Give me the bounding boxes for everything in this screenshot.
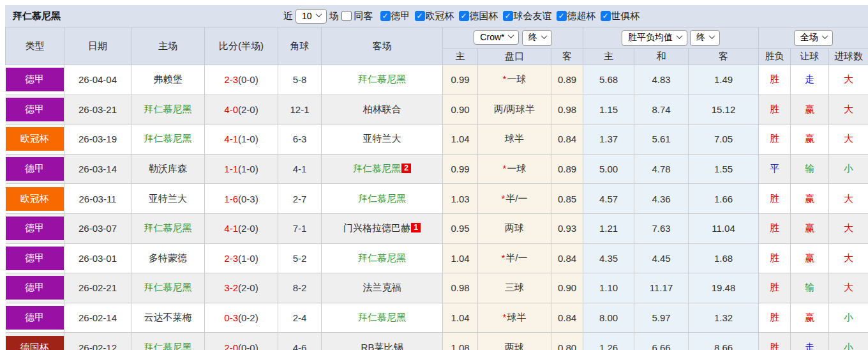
column-header-4: 比分(半场) (205, 27, 278, 65)
handicap-cell: *一球 (478, 154, 551, 184)
league-type-badge: 德甲 (6, 276, 64, 300)
checkbox-icon[interactable]: ✓ (380, 11, 391, 21)
same-away-checkbox[interactable] (341, 11, 352, 21)
checkbox-icon[interactable]: ✓ (415, 11, 425, 21)
away-team-name[interactable]: 拜仁慕尼黑 (358, 252, 406, 263)
checkbox-icon[interactable]: ✓ (601, 11, 611, 21)
type-cell: 德甲 (6, 95, 64, 125)
competition-filter-4[interactable]: ✓球会友谊 (503, 10, 552, 22)
away-team-cell: 拜仁慕尼黑2 (322, 154, 443, 184)
card-count-badge: 2 (401, 164, 411, 173)
card-count-badge: 1 (411, 223, 421, 232)
competition-label: 德超杯 (567, 10, 596, 22)
corner-score: 8-2 (293, 282, 307, 293)
home-team-name[interactable]: 拜仁慕尼黑 (144, 103, 192, 114)
checkbox-icon[interactable]: ✓ (459, 11, 469, 21)
home-team-name[interactable]: 多特蒙德 (149, 252, 187, 263)
handicap-cell: *球半 (478, 303, 551, 333)
odds-home-cell: 0.99 (443, 154, 478, 184)
away-team-name[interactable]: 柏林联合 (363, 103, 401, 114)
half-score: (2-0) (238, 223, 258, 234)
avg-away-cell: 15.12 (689, 95, 759, 125)
handicap-cell: 球半 (478, 125, 551, 155)
header-row-top: 类型日期主场比分(半场)角球客场 Crow* 终 胜平负均值 终 全场 (6, 27, 868, 49)
date-cell: 26-04-04 (64, 65, 131, 95)
date-cell: 26-02-21 (64, 273, 131, 303)
competition-filter-5[interactable]: ✓德超杯 (557, 10, 596, 22)
away-team-name[interactable]: RB莱比锡 (361, 342, 403, 350)
handicap-result-cell: 赢 (791, 243, 829, 273)
corner-cell: 6-3 (278, 125, 322, 155)
full-score: 3-2 (224, 282, 238, 293)
match-count-select[interactable]: 10 (296, 9, 327, 24)
home-team-name[interactable]: 拜仁慕尼黑 (144, 222, 192, 233)
avg-time-select[interactable]: 终 (690, 30, 720, 46)
away-team-name[interactable]: 门兴格拉德巴赫 (343, 222, 410, 233)
handicap-star: * (501, 193, 505, 204)
match-filter-controls: 近 10 场 同客 ✓德甲✓欧冠杯✓德国杯✓球会友谊✓德超杯✓世俱杯 (283, 5, 643, 27)
league-type-badge: 欧冠杯 (6, 187, 64, 211)
home-team-cell: 拜仁慕尼黑 (131, 273, 205, 303)
handicap-result-cell: 赢 (791, 125, 829, 155)
checkbox-icon[interactable]: ✓ (557, 11, 567, 21)
home-team-name[interactable]: 拜仁慕尼黑 (144, 282, 192, 293)
handicap-text: 球半 (505, 133, 524, 144)
home-team-name[interactable]: 亚特兰大 (149, 193, 187, 204)
competition-filter-2[interactable]: ✓欧冠杯 (415, 10, 454, 22)
home-team-name[interactable]: 拜仁慕尼黑 (144, 133, 192, 144)
avg-draw-cell: 7.63 (634, 213, 689, 243)
full-score: 4-0 (224, 104, 238, 115)
chevron-down-icon (676, 33, 682, 39)
handicap-text: 两球 (505, 342, 524, 350)
away-team-cell: 亚特兰大 (322, 125, 443, 155)
corner-score: 5-2 (293, 253, 307, 264)
avg-away-cell: 7.05 (689, 125, 759, 155)
goals-result-cell: 大 (829, 184, 868, 214)
competition-filter-3[interactable]: ✓德国杯 (459, 10, 498, 22)
league-type-badge: 德甲 (6, 247, 64, 270)
away-team-name[interactable]: 法兰克福 (363, 282, 401, 293)
corner-cell: 8-2 (278, 273, 322, 303)
home-team-name[interactable]: 云达不莱梅 (144, 312, 192, 323)
odds-home-cell: 1.04 (443, 125, 478, 155)
handicap-result-cell: 赢 (791, 213, 829, 243)
type-cell: 德甲 (6, 213, 64, 243)
full-score: 2-3 (224, 253, 238, 264)
avg-odds-select[interactable]: 胜平负均值 (622, 30, 687, 46)
league-type-badge: 欧冠杯 (6, 127, 64, 151)
date-cell: 26-03-19 (64, 125, 131, 155)
sub-header-1: 主 (443, 49, 478, 65)
half-score: (2-0) (238, 282, 258, 293)
competition-filter-1[interactable]: ✓德甲 (380, 10, 410, 22)
home-team-name[interactable]: 勒沃库森 (149, 163, 187, 174)
competition-filter-6[interactable]: ✓世俱杯 (601, 10, 640, 22)
full-score: 1-1 (224, 164, 238, 174)
scope-select[interactable]: 全场 (794, 30, 833, 46)
away-team-name[interactable]: 拜仁慕尼黑 (358, 73, 406, 84)
away-team-name[interactable]: 拜仁慕尼黑 (358, 312, 406, 323)
date-cell: 26-03-11 (64, 184, 131, 214)
sub-header-7: 胜负 (759, 49, 791, 65)
checkbox-icon[interactable]: ✓ (503, 11, 513, 21)
sub-header-5: 和 (634, 49, 689, 65)
away-team-name[interactable]: 亚特兰大 (363, 133, 401, 144)
result-cell: 胜 (759, 273, 791, 303)
handicap-cell: *半/一 (478, 184, 551, 214)
away-team-cell: 法兰克福 (322, 273, 443, 303)
home-team-name[interactable]: 拜仁慕尼黑 (144, 342, 192, 350)
away-team-cell: 拜仁慕尼黑 (322, 243, 443, 273)
home-team-cell: 拜仁慕尼黑 (131, 333, 205, 350)
handicap-cell: *半/一 (478, 243, 551, 273)
away-team-name[interactable]: 拜仁慕尼黑 (358, 193, 406, 204)
home-team-name[interactable]: 弗赖堡 (154, 73, 183, 84)
odds-company-select[interactable]: Crow* (474, 30, 519, 45)
goals-result-cell: 大 (829, 125, 868, 155)
away-team-cell: 柏林联合 (322, 95, 443, 125)
handicap-result-cell: 输 (791, 273, 829, 303)
table-row: 德甲26-03-21拜仁慕尼黑4-0(2-0)12-1柏林联合0.90两/两球半… (6, 95, 868, 125)
away-team-cell: 拜仁慕尼黑 (322, 184, 443, 214)
company-time-select[interactable]: 终 (522, 30, 552, 46)
away-team-name[interactable]: 拜仁慕尼黑 (353, 163, 401, 174)
score-cell: 3-2(2-0) (205, 273, 278, 303)
score-cell: 4-1(1-0) (205, 125, 278, 155)
